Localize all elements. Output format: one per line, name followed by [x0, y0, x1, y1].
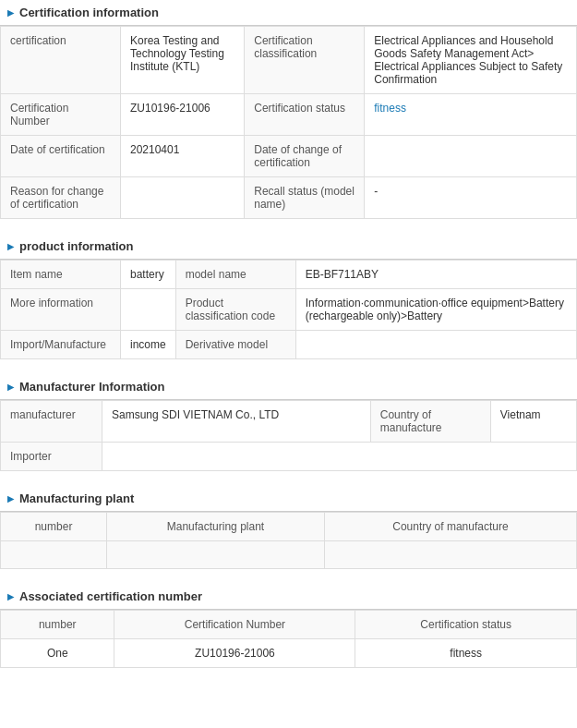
table-row: manufacturer Samsung SDI VIETNAM Co., LT… — [1, 401, 577, 443]
table-row: Reason for change of certification Recal… — [1, 177, 577, 219]
cert-reason-value — [121, 177, 245, 219]
cert-status-label: Certification status — [245, 94, 365, 136]
plant-country-value — [324, 541, 576, 569]
importer-label: Importer — [1, 443, 102, 471]
table-row: One ZU10196-21006 fitness — [1, 639, 577, 668]
cert-label-1: certification — [1, 27, 121, 94]
assoc-cert-number-header: Certification Number — [114, 611, 355, 639]
table-row: More information Product classification … — [1, 289, 577, 331]
cert-number-value: ZU10196-21006 — [121, 94, 245, 136]
associated-section: Associated certification number number C… — [0, 584, 577, 668]
plant-number-value — [1, 541, 107, 569]
cert-value-2: Electrical Appliances and Household Good… — [365, 27, 577, 94]
assoc-number-header: number — [1, 611, 114, 639]
table-row: Certification Number ZU10196-21006 Certi… — [1, 94, 577, 136]
cert-recall-value: - — [365, 177, 577, 219]
plant-section: Manufacturing plant number Manufacturing… — [0, 486, 577, 569]
manufacturer-value: Samsung SDI VIETNAM Co., LTD — [102, 401, 371, 443]
derivative-label: Derivative model — [175, 331, 295, 359]
product-class-value: Information·communication·office equipme… — [295, 289, 576, 331]
certification-section-title: Certification information — [0, 0, 577, 26]
plant-name-value — [107, 541, 325, 569]
product-section-title: product information — [0, 234, 577, 260]
plant-country-header: Country of manufacture — [324, 513, 576, 541]
manufacturer-label: manufacturer — [1, 401, 102, 443]
product-class-label: Product classification code — [175, 289, 295, 331]
assoc-status-header: Certification status — [355, 611, 577, 639]
model-name-value: EB-BF711ABY — [295, 261, 576, 289]
country-value: Vietnam — [490, 401, 576, 443]
table-header-row: number Certification Number Certificatio… — [1, 611, 577, 639]
table-row: Item name battery model name EB-BF711ABY — [1, 261, 577, 289]
cert-date-label: Date of certification — [1, 136, 121, 177]
item-name-label: Item name — [1, 261, 121, 289]
manufacturer-section: Manufacturer Information manufacturer Sa… — [0, 374, 577, 471]
table-row: certification Korea Testing and Technolo… — [1, 27, 577, 94]
cert-number-label: Certification Number — [1, 94, 121, 136]
import-value: income — [121, 331, 176, 359]
cert-reason-label: Reason for change of certification — [1, 177, 121, 219]
derivative-value — [295, 331, 576, 359]
product-table: Item name battery model name EB-BF711ABY… — [0, 260, 577, 359]
certification-table: certification Korea Testing and Technolo… — [0, 26, 577, 219]
table-row: Date of certification 20210401 Date of c… — [1, 136, 577, 177]
country-label: Country of manufacture — [370, 401, 490, 443]
plant-section-title: Manufacturing plant — [0, 486, 577, 512]
model-name-label: model name — [175, 261, 295, 289]
table-row — [1, 541, 577, 569]
table-header-row: number Manufacturing plant Country of ma… — [1, 513, 577, 541]
cert-value-1: Korea Testing and Technology Testing Ins… — [121, 27, 245, 94]
plant-name-header: Manufacturing plant — [107, 513, 325, 541]
assoc-number-value: One — [1, 639, 114, 668]
plant-table: number Manufacturing plant Country of ma… — [0, 512, 577, 569]
manufacturer-section-title: Manufacturer Information — [0, 374, 577, 400]
item-name-value: battery — [121, 261, 176, 289]
assoc-cert-number-value: ZU10196-21006 — [114, 639, 355, 668]
cert-recall-label: Recall status (model name) — [245, 177, 365, 219]
more-info-value — [121, 289, 176, 331]
table-row: Import/Manufacture income Derivative mod… — [1, 331, 577, 359]
product-section: product information Item name battery mo… — [0, 234, 577, 359]
import-label: Import/Manufacture — [1, 331, 121, 359]
table-row: Importer — [1, 443, 577, 471]
importer-value — [102, 443, 577, 471]
more-info-label: More information — [1, 289, 121, 331]
cert-status-link[interactable]: fitness — [365, 94, 577, 136]
manufacturer-table: manufacturer Samsung SDI VIETNAM Co., LT… — [0, 400, 577, 471]
assoc-status-value: fitness — [355, 639, 577, 668]
cert-date-value: 20210401 — [121, 136, 245, 177]
plant-number-header: number — [1, 513, 107, 541]
cert-change-label: Date of change of certification — [245, 136, 365, 177]
associated-table: number Certification Number Certificatio… — [0, 610, 577, 668]
associated-section-title: Associated certification number — [0, 584, 577, 610]
cert-label-2: Certification classification — [245, 27, 365, 94]
cert-change-value — [365, 136, 577, 177]
certification-section: Certification information certification … — [0, 0, 577, 219]
